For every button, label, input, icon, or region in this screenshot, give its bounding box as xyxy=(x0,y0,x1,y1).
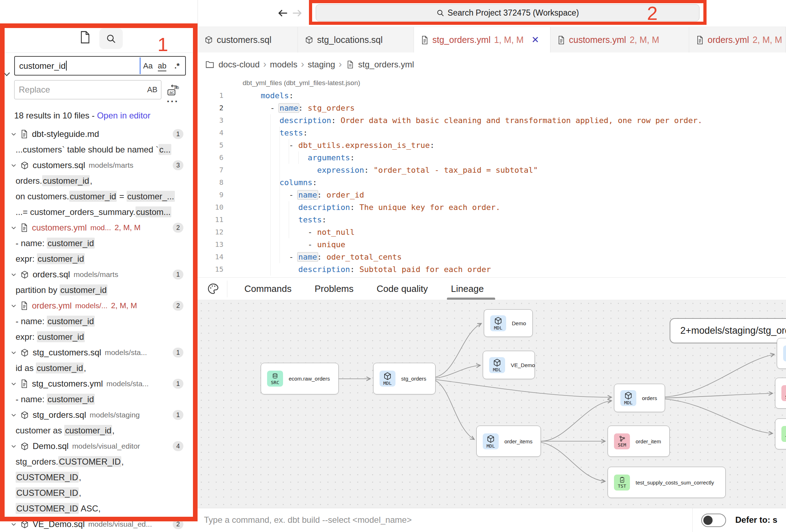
search-result-match[interactable]: customer as customer_id, xyxy=(5,423,193,438)
forward-arrow-icon[interactable] xyxy=(291,7,303,19)
close-icon[interactable]: ✕ xyxy=(531,34,539,45)
regex-button[interactable]: .* xyxy=(170,57,184,75)
bottom-panel-tabbar: CommandsProblemsCode qualityLineage xyxy=(198,277,786,300)
search-result-match[interactable]: - name: customer_id xyxy=(5,392,193,407)
tab-orders.yml[interactable]: orders.yml2, M, M xyxy=(689,27,786,53)
chevron-down-icon[interactable] xyxy=(11,131,17,137)
search-result-file-customers.yml[interactable]: customers.ymlmod...2, M, M2 xyxy=(5,220,193,235)
search-result-match[interactable]: stg_orders.CUSTOMER_ID, xyxy=(5,454,193,470)
search-result-match[interactable]: expr: customer_id xyxy=(5,251,193,267)
chevron-down-icon[interactable] xyxy=(11,381,17,387)
panel-tab-lineage[interactable]: Lineage xyxy=(451,283,484,294)
lineage-node-partial-0[interactable]: MDL xyxy=(777,338,786,369)
replace-all-icon[interactable]: ac ab xyxy=(166,82,182,97)
search-result-match[interactable]: - name: customer_id xyxy=(5,314,193,329)
chevron-down-icon[interactable] xyxy=(11,225,17,231)
search-result-file-Demo.sql[interactable]: Demo.sqlmodels/visual_editor4 xyxy=(5,438,193,454)
search-result-match[interactable]: - name: customer_id xyxy=(5,235,193,251)
new-file-icon[interactable] xyxy=(79,30,93,45)
search-result-file-orders.yml[interactable]: orders.ymlmodels/...2, M, M2 xyxy=(5,298,193,314)
breadcrumb-file[interactable]: stg_orders.yml xyxy=(358,60,414,70)
tab-stg_orders.yml[interactable]: stg_orders.yml1, M, M✕ xyxy=(414,27,550,53)
breadcrumb-path[interactable]: docs-cloud › models › staging › xyxy=(218,59,342,70)
src-icon: SRC xyxy=(267,371,283,387)
match-case-button[interactable]: Aa xyxy=(141,57,155,75)
chevron-down-icon[interactable] xyxy=(11,521,17,527)
breadcrumb-item[interactable]: staging xyxy=(308,60,335,70)
more-actions-button[interactable]: ··· xyxy=(167,96,179,107)
lineage-node-orders[interactable]: MDLorders xyxy=(614,384,665,412)
chevron-down-icon[interactable] xyxy=(2,70,11,79)
search-result-match[interactable]: id as customer_id, xyxy=(5,360,193,376)
search-result-file-customers.sql[interactable]: customers.sqlmodels/marts3 xyxy=(5,157,193,173)
lineage-node-ecom.raw_orders[interactable]: SRCecom.raw_orders xyxy=(261,363,339,394)
code-line-4: 4 tests: xyxy=(198,127,786,139)
tab-customers.yml[interactable]: customers.yml2, M, M xyxy=(550,27,689,53)
search-result-match[interactable]: CUSTOMER_ID, xyxy=(5,485,193,501)
lineage-node-Demo[interactable]: MDLDemo xyxy=(484,309,533,337)
lineage-graph[interactable]: 2+models/staging/stg_ord SRCecom.raw_ord… xyxy=(198,300,786,508)
chevron-down-icon[interactable] xyxy=(11,162,17,168)
search-result-file-orders.sql[interactable]: orders.sqlmodels/marts1 xyxy=(5,267,193,282)
chevron-down-icon[interactable] xyxy=(11,350,17,356)
lineage-node-stg_orders[interactable]: MDLstg_orders xyxy=(373,363,436,394)
chevron-down-icon[interactable] xyxy=(11,412,17,418)
breadcrumb-separator: › xyxy=(263,59,266,70)
code-lines: 1models:2 - name: stg_orders3 descriptio… xyxy=(198,89,786,276)
preserve-case-button[interactable]: AB xyxy=(147,81,157,99)
tab-customers.sql[interactable]: customers.sql xyxy=(198,27,298,53)
code-line-8: 8 columns: xyxy=(198,176,786,189)
panel-tabs: CommandsProblemsCode qualityLineage xyxy=(244,278,484,300)
search-result-match[interactable]: ...= customer_orders_summary.custom... xyxy=(5,204,193,220)
search-input[interactable]: customer_id Aa ab .* xyxy=(14,56,186,76)
divider xyxy=(5,52,193,53)
search-result-file-stg_customers.yml[interactable]: stg_customers.ymlmodels/sta...1 xyxy=(5,376,193,392)
lineage-node-VE_Demo[interactable]: MDLVE_Demo xyxy=(483,351,535,379)
project-search-bar[interactable]: Search Project 372475 (Workspace) xyxy=(316,4,699,21)
open-in-editor-link[interactable]: Open in editor xyxy=(97,111,150,120)
lineage-selector-chip[interactable]: 2+models/staging/stg_ord xyxy=(670,318,786,343)
schema-source-label: dbt_yml_files (dbt_yml_files-latest.json… xyxy=(243,79,360,87)
code-line-9: 9 - name: order_id xyxy=(198,189,786,201)
search-tab-icon[interactable] xyxy=(99,28,123,49)
search-result-file-VE_Demo.sql[interactable]: VE_Demo.sqlmodels/visual_ed...2 xyxy=(5,516,193,532)
panel-tab-commands[interactable]: Commands xyxy=(244,283,292,294)
search-result-match[interactable]: expr: customer_id xyxy=(5,329,193,345)
panel-tab-code-quality[interactable]: Code quality xyxy=(377,283,428,294)
result-count-badge: 2 xyxy=(173,519,183,529)
lineage-node-partial-2[interactable]: TST xyxy=(775,419,786,449)
divider xyxy=(227,281,227,297)
line-number: 8 xyxy=(198,176,223,189)
dbt-cloud-ide-window: customer_id Aa ab .* Replace AB ac ab ··… xyxy=(0,0,786,532)
search-result-match[interactable]: partition by customer_id xyxy=(5,282,193,298)
lineage-node-order_item[interactable]: SEMorder_item xyxy=(608,426,670,457)
search-result-match[interactable]: CUSTOMER_ID, xyxy=(5,470,193,485)
search-result-file-dbt-styleguide.md[interactable]: dbt-styleguide.md1 xyxy=(5,126,193,142)
lineage-node-partial-1[interactable]: SEM xyxy=(775,378,786,409)
panel-tab-problems[interactable]: Problems xyxy=(315,283,354,294)
search-result-file-stg_orders.sql[interactable]: stg_orders.sqlmodels/staging1 xyxy=(5,407,193,423)
result-count-badge: 2 xyxy=(173,223,183,233)
code-line-5: 5 - dbt_utils.expression_is_true: xyxy=(198,139,786,151)
search-result-match[interactable]: orders.customer_id, xyxy=(5,173,193,189)
breadcrumb-item[interactable]: docs-cloud xyxy=(218,60,260,70)
code-line-15: 15 description: Subtotal paid for each o… xyxy=(198,263,786,276)
palette-icon[interactable] xyxy=(207,282,220,295)
lineage-node-order_items[interactable]: MDLorder_items xyxy=(476,426,541,457)
chevron-down-icon[interactable] xyxy=(11,443,17,449)
breadcrumb-item[interactable]: models xyxy=(270,60,297,70)
back-arrow-icon[interactable] xyxy=(277,7,289,19)
lineage-node-test_supply_costs_sum_correctly[interactable]: TSTtest_supply_costs_sum_correctly xyxy=(608,467,726,498)
replace-input[interactable]: Replace AB xyxy=(14,80,161,99)
search-result-match[interactable]: CUSTOMER_ID ASC, xyxy=(5,501,193,516)
chevron-down-icon[interactable] xyxy=(11,272,17,278)
chevron-down-icon[interactable] xyxy=(11,303,17,309)
code-editor[interactable]: dbt_yml_files (dbt_yml_files-latest.json… xyxy=(198,76,786,277)
command-input[interactable]: Type a command, ex. dbt build --select <… xyxy=(204,508,412,532)
search-result-match[interactable]: ...customers` table should be named `c..… xyxy=(5,142,193,157)
search-result-file-stg_customers.sql[interactable]: stg_customers.sqlmodels/sta...1 xyxy=(5,345,193,360)
tab-stg_locations.sql[interactable]: stg_locations.sql xyxy=(298,27,414,53)
whole-word-button[interactable]: ab xyxy=(155,57,169,75)
search-result-match[interactable]: on customers.customer_id = customer_... xyxy=(5,189,193,204)
defer-toggle[interactable] xyxy=(701,514,726,527)
